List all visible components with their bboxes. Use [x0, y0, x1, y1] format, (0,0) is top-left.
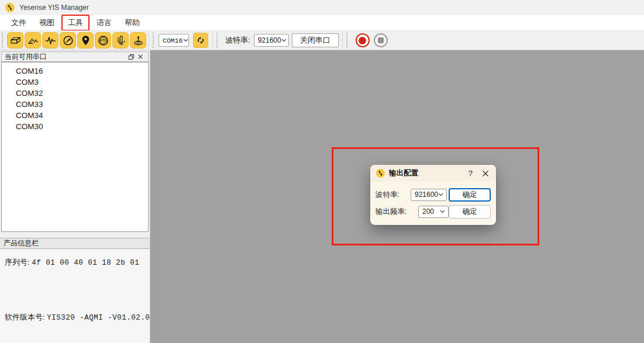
software-version-row: 软件版本号: YIS320 -AQMI -V01.02.03;	[5, 312, 159, 323]
list-item-port[interactable]: COM34	[2, 110, 148, 121]
list-item-port[interactable]: COM30	[2, 121, 148, 132]
toolbar: UTC COM16	[0, 30, 644, 50]
utc-clock-icon: UTC	[97, 34, 109, 47]
record-icon	[359, 37, 366, 44]
signal-waveform-icon	[44, 34, 57, 47]
angle-waveform-icon	[27, 34, 39, 47]
dialog-close-button[interactable]	[476, 170, 490, 177]
product-info-panel: 序列号: 4f 01 00 40 01 18 2b 01 软件版本号: YIS3…	[0, 249, 150, 343]
close-panel-button[interactable]	[136, 53, 145, 61]
stop-icon	[378, 37, 384, 43]
dialog-baud-label: 波特率:	[376, 190, 411, 200]
window-title: Yesense YIS Manager	[19, 4, 89, 12]
3d-view-button[interactable]	[7, 32, 23, 48]
serial-number-row: 序列号: 4f 01 00 40 01 18 2b 01	[5, 257, 139, 268]
dialog-output-rate-value: 200	[422, 207, 434, 216]
close-icon	[137, 54, 143, 60]
record-button[interactable]	[356, 33, 370, 47]
list-item-port[interactable]: COM16	[2, 65, 148, 77]
menu-item-tools[interactable]: 工具	[61, 15, 89, 31]
baud-rate-row: 波特率: 921600 确定	[376, 188, 491, 202]
chevron-down-icon	[438, 193, 443, 196]
waveform-plot-button[interactable]	[42, 32, 58, 48]
toolbar-grip[interactable]	[216, 33, 219, 48]
chevron-down-icon	[440, 210, 445, 213]
float-panel-icon	[128, 54, 135, 60]
location-button[interactable]	[77, 32, 94, 48]
dialog-output-rate-label: 输出频率:	[376, 207, 418, 217]
serial-number-value: 4f 01 00 40 01 18 2b 01	[32, 259, 139, 267]
port-select-value: COM16	[163, 37, 183, 44]
serial-ports-panel: 当前可用串口 COM16 COM3 COM32 COM33 COM34 COM3…	[0, 50, 150, 343]
close-icon	[482, 170, 489, 177]
baud-ok-button[interactable]: 确定	[449, 188, 491, 202]
angle-plot-button[interactable]	[25, 32, 41, 48]
dialog-output-rate-select[interactable]: 200	[418, 206, 449, 218]
joystick-icon	[132, 34, 144, 47]
software-version-value: YIS320 -AQMI -V01.02.03;	[47, 314, 159, 322]
float-panel-button[interactable]	[126, 53, 136, 61]
list-item-port[interactable]: COM3	[2, 77, 148, 88]
refresh-icon	[195, 35, 206, 46]
dialog-baud-select[interactable]: 921600	[411, 189, 447, 201]
yesense-logo-icon	[376, 169, 385, 178]
list-item-port[interactable]: COM33	[2, 99, 148, 110]
output-rate-row: 输出频率: 200 确定	[376, 205, 491, 219]
chevron-down-icon	[281, 39, 287, 42]
dialog-titlebar[interactable]: 输出配置 ?	[370, 165, 496, 182]
cube-3d-icon	[9, 34, 22, 47]
port-select[interactable]: COM16	[159, 34, 189, 47]
serial-number-label: 序列号:	[5, 258, 30, 266]
menubar: 文件 视图 工具 语言 帮助	[0, 15, 644, 30]
toolbar-separator	[149, 31, 149, 50]
utc-time-button[interactable]: UTC	[95, 32, 111, 48]
toolbar-grip[interactable]	[346, 33, 349, 48]
toolbar-separator	[212, 31, 213, 50]
product-info-title: 产品信息栏	[4, 238, 39, 248]
thermometer-icon	[115, 34, 127, 47]
dialog-help-button[interactable]: ?	[465, 169, 476, 178]
svg-text:UTC: UTC	[100, 39, 106, 42]
refresh-ports-button[interactable]	[193, 33, 208, 48]
gauge-icon	[62, 34, 74, 47]
serial-ports-panel-header: 当前可用串口	[1, 51, 149, 62]
toolbar-grip[interactable]	[2, 33, 4, 48]
location-pin-icon	[80, 34, 92, 47]
output-config-dialog: 输出配置 ? 波特率: 921600 确定 输出频率: 200	[370, 165, 496, 225]
baud-rate-value: 921600	[258, 36, 281, 44]
dialog-body: 波特率: 921600 确定 输出频率: 200 确定	[370, 182, 496, 219]
menu-item-help[interactable]: 帮助	[118, 16, 146, 30]
temperature-button[interactable]	[112, 32, 129, 48]
serial-ports-panel-title: 当前可用串口	[5, 52, 47, 62]
dialog-title: 输出配置	[389, 168, 418, 178]
product-info-header: 产品信息栏	[0, 238, 150, 249]
chevron-down-icon	[183, 39, 188, 42]
joystick-button[interactable]	[130, 32, 146, 48]
gauge-button[interactable]	[60, 32, 76, 48]
toolbar-grip[interactable]	[153, 33, 155, 48]
dialog-baud-value: 921600	[415, 190, 438, 199]
menu-item-language[interactable]: 语言	[90, 16, 118, 30]
output-rate-ok-button[interactable]: 确定	[449, 205, 491, 219]
software-version-label: 软件版本号:	[5, 313, 45, 321]
close-serial-port-button[interactable]: 关闭串口	[292, 33, 339, 47]
stop-button[interactable]	[374, 33, 388, 47]
window-titlebar: Yesense YIS Manager	[0, 0, 644, 15]
baud-rate-label: 波特率:	[225, 35, 250, 46]
yesense-logo-icon	[5, 3, 15, 12]
baud-rate-select[interactable]: 921600	[254, 34, 289, 47]
menu-item-view[interactable]: 视图	[33, 16, 61, 30]
toolbar-separator	[342, 31, 343, 50]
list-item-port[interactable]: COM32	[2, 88, 148, 99]
serial-port-list: COM16 COM3 COM32 COM33 COM34 COM30	[1, 62, 149, 232]
menu-item-file[interactable]: 文件	[5, 16, 33, 30]
